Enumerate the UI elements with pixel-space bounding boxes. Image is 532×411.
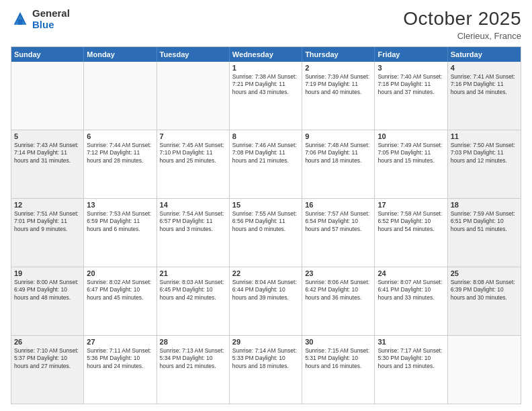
day-num-0-3: 1 bbox=[232, 64, 299, 72]
cell-info-2-0: Sunrise: 7:51 AM Sunset: 7:01 PM Dayligh… bbox=[14, 210, 81, 233]
logo-general-text: General bbox=[32, 8, 70, 19]
cell-4-5: 31Sunrise: 7:17 AM Sunset: 5:30 PM Dayli… bbox=[375, 336, 447, 404]
day-num-3-2: 21 bbox=[160, 269, 226, 277]
cell-1-0: 5Sunrise: 7:43 AM Sunset: 7:14 PM Daylig… bbox=[11, 130, 84, 198]
cell-0-2 bbox=[157, 62, 230, 130]
cell-info-4-0: Sunrise: 7:10 AM Sunset: 5:37 PM Dayligh… bbox=[14, 347, 81, 370]
cell-0-5: 3Sunrise: 7:40 AM Sunset: 7:18 PM Daylig… bbox=[375, 62, 447, 130]
cell-4-4: 30Sunrise: 7:15 AM Sunset: 5:31 PM Dayli… bbox=[302, 336, 375, 404]
cell-info-2-3: Sunrise: 7:55 AM Sunset: 6:56 PM Dayligh… bbox=[232, 210, 299, 233]
day-num-1-2: 7 bbox=[160, 132, 226, 140]
cell-4-6 bbox=[448, 336, 521, 404]
cell-info-2-5: Sunrise: 7:58 AM Sunset: 6:52 PM Dayligh… bbox=[378, 210, 444, 233]
cell-info-3-1: Sunrise: 8:02 AM Sunset: 6:47 PM Dayligh… bbox=[87, 279, 153, 302]
cell-1-5: 10Sunrise: 7:49 AM Sunset: 7:05 PM Dayli… bbox=[375, 130, 447, 198]
day-num-1-4: 9 bbox=[305, 132, 371, 140]
header-wednesday: Wednesday bbox=[230, 47, 302, 62]
cell-4-3: 29Sunrise: 7:14 AM Sunset: 5:33 PM Dayli… bbox=[230, 336, 302, 404]
cell-4-1: 27Sunrise: 7:11 AM Sunset: 5:36 PM Dayli… bbox=[84, 336, 157, 404]
cell-info-3-2: Sunrise: 8:03 AM Sunset: 6:45 PM Dayligh… bbox=[160, 279, 226, 302]
day-num-4-1: 27 bbox=[87, 338, 153, 346]
day-num-1-3: 8 bbox=[232, 132, 299, 140]
day-num-3-5: 24 bbox=[378, 269, 444, 277]
page: General Blue October 2025 Clerieux, Fran… bbox=[0, 0, 532, 411]
cell-2-6: 18Sunrise: 7:59 AM Sunset: 6:51 PM Dayli… bbox=[448, 199, 521, 267]
cell-2-3: 15Sunrise: 7:55 AM Sunset: 6:56 PM Dayli… bbox=[230, 199, 302, 267]
cell-0-3: 1Sunrise: 7:38 AM Sunset: 7:21 PM Daylig… bbox=[230, 62, 302, 130]
header: General Blue October 2025 Clerieux, Fran… bbox=[11, 8, 521, 41]
cell-info-0-6: Sunrise: 7:41 AM Sunset: 7:16 PM Dayligh… bbox=[451, 73, 518, 96]
day-num-1-1: 6 bbox=[87, 132, 153, 140]
cell-0-0 bbox=[11, 62, 84, 130]
cell-1-2: 7Sunrise: 7:45 AM Sunset: 7:10 PM Daylig… bbox=[157, 130, 230, 198]
cell-info-3-3: Sunrise: 8:04 AM Sunset: 6:44 PM Dayligh… bbox=[232, 279, 299, 302]
cell-info-0-4: Sunrise: 7:39 AM Sunset: 7:19 PM Dayligh… bbox=[305, 73, 371, 96]
day-num-1-6: 11 bbox=[451, 132, 518, 140]
day-num-2-4: 16 bbox=[305, 201, 371, 209]
logo-blue-text: Blue bbox=[32, 19, 70, 31]
header-thursday: Thursday bbox=[302, 47, 375, 62]
cell-info-4-4: Sunrise: 7:15 AM Sunset: 5:31 PM Dayligh… bbox=[305, 347, 371, 370]
calendar-body: 1Sunrise: 7:38 AM Sunset: 7:21 PM Daylig… bbox=[11, 62, 521, 404]
cell-1-4: 9Sunrise: 7:48 AM Sunset: 7:06 PM Daylig… bbox=[302, 130, 375, 198]
cell-info-3-4: Sunrise: 8:06 AM Sunset: 6:42 PM Dayligh… bbox=[305, 279, 371, 302]
cell-info-1-5: Sunrise: 7:49 AM Sunset: 7:05 PM Dayligh… bbox=[378, 142, 444, 165]
logo: General Blue bbox=[11, 8, 70, 30]
cell-info-3-6: Sunrise: 8:08 AM Sunset: 6:39 PM Dayligh… bbox=[451, 279, 518, 302]
day-num-3-0: 19 bbox=[14, 269, 81, 277]
day-num-2-1: 13 bbox=[87, 201, 153, 209]
cell-2-5: 17Sunrise: 7:58 AM Sunset: 6:52 PM Dayli… bbox=[375, 199, 447, 267]
cell-info-4-1: Sunrise: 7:11 AM Sunset: 5:36 PM Dayligh… bbox=[87, 347, 153, 370]
day-num-4-2: 28 bbox=[160, 338, 226, 346]
day-num-1-0: 5 bbox=[14, 132, 81, 140]
cell-2-4: 16Sunrise: 7:57 AM Sunset: 6:54 PM Dayli… bbox=[302, 199, 375, 267]
cell-info-0-3: Sunrise: 7:38 AM Sunset: 7:21 PM Dayligh… bbox=[232, 73, 299, 96]
cell-3-2: 21Sunrise: 8:03 AM Sunset: 6:45 PM Dayli… bbox=[157, 267, 230, 335]
calendar-row-4: 26Sunrise: 7:10 AM Sunset: 5:37 PM Dayli… bbox=[11, 335, 521, 404]
calendar-header: Sunday Monday Tuesday Wednesday Thursday… bbox=[11, 47, 521, 62]
day-num-3-4: 23 bbox=[305, 269, 371, 277]
cell-info-3-0: Sunrise: 8:00 AM Sunset: 6:49 PM Dayligh… bbox=[14, 279, 81, 302]
header-sunday: Sunday bbox=[11, 47, 84, 62]
day-num-2-5: 17 bbox=[378, 201, 444, 209]
cell-info-1-4: Sunrise: 7:48 AM Sunset: 7:06 PM Dayligh… bbox=[305, 142, 371, 165]
cell-3-1: 20Sunrise: 8:02 AM Sunset: 6:47 PM Dayli… bbox=[84, 267, 157, 335]
logo-icon bbox=[11, 10, 30, 29]
cell-info-3-5: Sunrise: 8:07 AM Sunset: 6:41 PM Dayligh… bbox=[378, 279, 444, 302]
cell-4-0: 26Sunrise: 7:10 AM Sunset: 5:37 PM Dayli… bbox=[11, 336, 84, 404]
cell-4-2: 28Sunrise: 7:13 AM Sunset: 5:34 PM Dayli… bbox=[157, 336, 230, 404]
cell-2-2: 14Sunrise: 7:54 AM Sunset: 6:57 PM Dayli… bbox=[157, 199, 230, 267]
day-num-4-0: 26 bbox=[14, 338, 81, 346]
cell-info-1-0: Sunrise: 7:43 AM Sunset: 7:14 PM Dayligh… bbox=[14, 142, 81, 165]
cell-3-5: 24Sunrise: 8:07 AM Sunset: 6:41 PM Dayli… bbox=[375, 267, 447, 335]
cell-3-3: 22Sunrise: 8:04 AM Sunset: 6:44 PM Dayli… bbox=[230, 267, 302, 335]
title-block: October 2025 Clerieux, France bbox=[403, 8, 521, 41]
cell-info-4-3: Sunrise: 7:14 AM Sunset: 5:33 PM Dayligh… bbox=[232, 347, 299, 370]
cell-info-2-4: Sunrise: 7:57 AM Sunset: 6:54 PM Dayligh… bbox=[305, 210, 371, 233]
month-title: October 2025 bbox=[403, 8, 521, 30]
cell-0-4: 2Sunrise: 7:39 AM Sunset: 7:19 PM Daylig… bbox=[302, 62, 375, 130]
header-friday: Friday bbox=[375, 47, 447, 62]
day-num-2-0: 12 bbox=[14, 201, 81, 209]
header-tuesday: Tuesday bbox=[157, 47, 230, 62]
day-num-4-3: 29 bbox=[232, 338, 299, 346]
cell-3-4: 23Sunrise: 8:06 AM Sunset: 6:42 PM Dayli… bbox=[302, 267, 375, 335]
cell-info-4-2: Sunrise: 7:13 AM Sunset: 5:34 PM Dayligh… bbox=[160, 347, 226, 370]
cell-info-2-1: Sunrise: 7:53 AM Sunset: 6:59 PM Dayligh… bbox=[87, 210, 153, 233]
cell-info-2-6: Sunrise: 7:59 AM Sunset: 6:51 PM Dayligh… bbox=[451, 210, 518, 233]
location: Clerieux, France bbox=[403, 31, 521, 41]
header-monday: Monday bbox=[84, 47, 157, 62]
cell-0-1 bbox=[84, 62, 157, 130]
cell-2-0: 12Sunrise: 7:51 AM Sunset: 7:01 PM Dayli… bbox=[11, 199, 84, 267]
svg-rect-2 bbox=[18, 19, 22, 25]
logo-text: General Blue bbox=[32, 8, 70, 30]
calendar-row-3: 19Sunrise: 8:00 AM Sunset: 6:49 PM Dayli… bbox=[11, 267, 521, 335]
calendar: Sunday Monday Tuesday Wednesday Thursday… bbox=[11, 46, 521, 404]
cell-info-1-1: Sunrise: 7:44 AM Sunset: 7:12 PM Dayligh… bbox=[87, 142, 153, 165]
cell-2-1: 13Sunrise: 7:53 AM Sunset: 6:59 PM Dayli… bbox=[84, 199, 157, 267]
day-num-1-5: 10 bbox=[378, 132, 444, 140]
day-num-3-3: 22 bbox=[232, 269, 299, 277]
calendar-row-0: 1Sunrise: 7:38 AM Sunset: 7:21 PM Daylig… bbox=[11, 62, 521, 130]
day-num-2-6: 18 bbox=[451, 201, 518, 209]
cell-info-1-2: Sunrise: 7:45 AM Sunset: 7:10 PM Dayligh… bbox=[160, 142, 226, 165]
